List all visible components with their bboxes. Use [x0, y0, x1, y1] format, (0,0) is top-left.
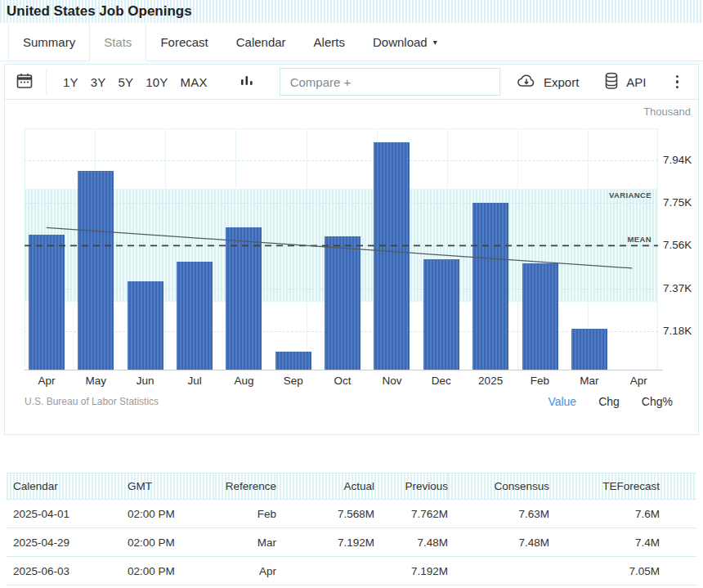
tab-label: Alerts — [314, 35, 345, 49]
cell-previous: 7.762M — [374, 500, 448, 528]
column-header-previous: Previous — [374, 474, 448, 500]
tab-label: Download — [373, 35, 428, 49]
mode-value[interactable]: Value — [548, 395, 576, 408]
calendar-button[interactable] — [15, 71, 34, 93]
column-header-teforecast: TEForecast — [549, 474, 696, 500]
chart-bar[interactable] — [275, 352, 311, 370]
column-header-actual: Actual — [276, 474, 374, 500]
chart-card: 1Y3Y5Y10YMAX — [4, 64, 699, 435]
cell-gmt: 02:00 PM — [121, 528, 215, 557]
range-max[interactable]: MAX — [181, 75, 208, 89]
table-row[interactable]: 2025-04-2902:00 PMMar7.192M7.48M7.48M7.4… — [7, 528, 696, 557]
tab-stats[interactable]: Stats — [90, 23, 146, 61]
y-axis-label: 7.56K — [663, 239, 692, 251]
mean-label: MEAN — [627, 235, 652, 244]
range-1y[interactable]: 1Y — [63, 75, 78, 89]
export-button[interactable]: Export — [516, 72, 579, 92]
column-header-reference: Reference — [215, 474, 276, 500]
tab-calendar[interactable]: Calendar — [222, 23, 300, 61]
cell-reference: Apr — [215, 557, 276, 586]
x-axis-label: Apr — [612, 375, 665, 387]
chart-bar[interactable] — [472, 203, 508, 370]
column-header-calendar: Calendar — [7, 474, 121, 500]
cell-calendar: 2025-04-29 — [7, 528, 121, 557]
compare-input[interactable] — [280, 68, 500, 96]
cell-gmt: 02:00 PM — [121, 557, 215, 586]
y-axis-label: 7.18K — [663, 325, 692, 337]
kebab-menu-icon — [676, 75, 679, 79]
x-axis-label: Oct — [316, 375, 369, 387]
api-button[interactable]: API — [603, 71, 646, 93]
chart-type-button[interactable] — [239, 73, 255, 92]
tab-alerts[interactable]: Alerts — [300, 23, 359, 61]
chart-footer: U.S. Bureau of Labor Statistics ValueChg… — [25, 395, 673, 408]
variance-label: VARIANCE — [609, 191, 652, 200]
tab-label: Calendar — [236, 35, 286, 49]
more-options-button[interactable] — [671, 74, 684, 91]
page-title-bar: United States Job Openings — [0, 0, 703, 23]
cell-consensus — [448, 557, 549, 586]
range-3y[interactable]: 3Y — [91, 75, 106, 89]
tab-label: Stats — [104, 35, 132, 49]
x-axis-label: 2025 — [464, 375, 517, 387]
chart-bar[interactable] — [177, 262, 213, 370]
cell-previous: 7.192M — [374, 557, 448, 586]
chart-toolbar: 1Y3Y5Y10YMAX — [5, 65, 698, 100]
toolbar-divider — [46, 70, 47, 94]
mode-chg[interactable]: Chg — [598, 395, 620, 408]
cell-reference: Mar — [215, 528, 276, 557]
cell-consensus: 7.48M — [448, 528, 549, 557]
table-row[interactable]: 2025-06-0302:00 PMApr7.192M7.05M — [7, 557, 696, 586]
x-axis-label: Jun — [119, 375, 172, 387]
cell-teforecast: 7.6M — [549, 500, 696, 528]
cell-consensus: 7.63M — [448, 500, 549, 528]
column-header-consensus: Consensus — [448, 474, 549, 500]
calendar-table: CalendarGMTReferenceActualPreviousConsen… — [7, 473, 696, 586]
x-axis-label: Sep — [267, 375, 320, 387]
chart-bar[interactable] — [522, 263, 558, 370]
tab-bar: SummaryStatsForecastCalendarAlertsDownlo… — [0, 23, 703, 61]
chevron-down-icon: ▾ — [433, 38, 437, 47]
horizontal-gridline — [25, 203, 658, 204]
x-axis-line — [25, 370, 663, 370]
cell-gmt: 02:00 PM — [121, 500, 215, 528]
cell-previous: 7.48M — [374, 528, 448, 557]
chart-bar[interactable] — [571, 329, 607, 370]
x-axis-label: Feb — [514, 375, 566, 387]
chart-bar[interactable] — [78, 171, 114, 370]
range-5y[interactable]: 5Y — [119, 75, 134, 89]
calendar-icon — [15, 71, 34, 93]
tab-label: Summary — [23, 35, 75, 49]
chart-bar[interactable] — [423, 259, 459, 370]
value-mode-switcher: ValueChgChg% — [548, 395, 673, 408]
tab-summary[interactable]: Summary — [8, 23, 90, 61]
cloud-download-icon — [516, 72, 537, 92]
cell-teforecast: 7.05M — [549, 557, 696, 586]
tab-forecast[interactable]: Forecast — [146, 23, 222, 61]
toolbar-right-group: Export API — [516, 71, 687, 93]
chart-bar[interactable] — [325, 236, 360, 370]
table-row[interactable]: 2025-04-0102:00 PMFeb7.568M7.762M7.63M7.… — [7, 500, 696, 528]
chart-bar[interactable] — [226, 227, 262, 370]
x-axis-label: Jul — [168, 375, 221, 387]
tab-download[interactable]: Download▾ — [359, 23, 451, 61]
cell-teforecast: 7.4M — [549, 528, 696, 557]
tab-label: Forecast — [160, 35, 208, 49]
source-attribution: U.S. Bureau of Labor Statistics — [25, 396, 159, 407]
chart-bar[interactable] — [128, 281, 163, 370]
cell-reference: Feb — [215, 500, 276, 528]
chart-bar[interactable] — [374, 142, 410, 370]
cell-actual: 7.192M — [276, 528, 374, 557]
mode-chgpct[interactable]: Chg% — [642, 395, 673, 408]
export-label: Export — [544, 75, 579, 89]
y-axis-unit-label: Thousand — [643, 105, 691, 118]
x-axis-label: Apr — [20, 375, 73, 387]
chart-bar[interactable] — [29, 235, 65, 370]
bar-chart-icon — [239, 73, 255, 92]
page: United States Job Openings SummaryStatsF… — [0, 0, 703, 588]
range-10y[interactable]: 10Y — [146, 75, 168, 89]
cell-actual: 7.568M — [276, 500, 374, 528]
x-axis-label: Aug — [217, 375, 270, 387]
column-header-gmt: GMT — [121, 474, 215, 500]
x-axis-label: Dec — [415, 375, 468, 387]
